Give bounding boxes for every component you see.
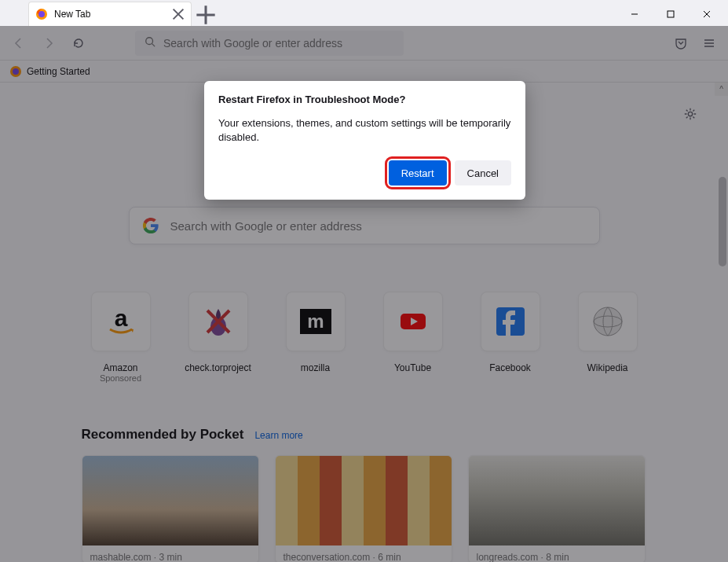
- cancel-button[interactable]: Cancel: [455, 160, 511, 185]
- dialog-body: Your extensions, themes, and custom sett…: [218, 116, 511, 145]
- troubleshoot-dialog: Restart Firefox in Troubleshoot Mode? Yo…: [204, 81, 525, 200]
- window-close-button[interactable]: [689, 2, 725, 26]
- dialog-title: Restart Firefox in Troubleshoot Mode?: [218, 94, 511, 105]
- new-tab-button[interactable]: [195, 4, 217, 26]
- window-controls: [616, 2, 725, 26]
- restart-button[interactable]: Restart: [389, 160, 447, 185]
- tab-new-tab[interactable]: New Tab: [28, 2, 192, 26]
- svg-rect-2: [668, 11, 674, 17]
- browser-window: New Tab: [0, 0, 728, 562]
- window-minimize-button[interactable]: [616, 2, 653, 26]
- title-bar: New Tab: [0, 0, 728, 26]
- dialog-actions: Restart Cancel: [218, 160, 511, 185]
- tab-close-button[interactable]: [172, 8, 185, 20]
- svg-point-1: [38, 11, 45, 17]
- window-maximize-button[interactable]: [653, 2, 689, 26]
- tab-title: New Tab: [54, 9, 166, 20]
- firefox-icon: [35, 8, 48, 20]
